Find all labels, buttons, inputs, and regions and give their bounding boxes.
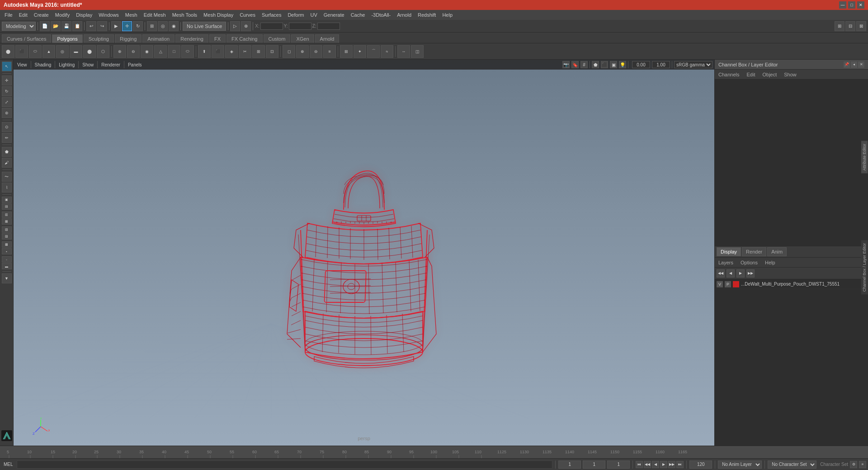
shelf-triangulate[interactable]: △ [154, 45, 167, 58]
soft-select-lt[interactable]: ⊙ [2, 122, 12, 132]
select-tool-lt[interactable]: ↖ [2, 61, 12, 71]
menu-edit[interactable]: Edit [16, 11, 30, 19]
shelf-quad[interactable]: □ [168, 45, 180, 58]
shelf-bridge[interactable]: ⬛ [212, 45, 224, 58]
rbs-layers[interactable]: Layers [717, 259, 735, 266]
menu-modify[interactable]: Modify [52, 11, 72, 19]
select-tool-button[interactable]: ▶ [111, 21, 121, 31]
layer-color-swatch[interactable] [733, 281, 739, 287]
menu-file[interactable]: File [2, 11, 15, 19]
play-forward-button[interactable]: ▶ [660, 461, 667, 468]
tab-animation[interactable]: Animation [142, 34, 175, 43]
shelf-extrude[interactable]: ⬆ [198, 45, 211, 58]
lt-small-2[interactable]: ▤ [2, 203, 12, 210]
menu-surfaces[interactable]: Surfaces [259, 11, 284, 19]
save-file-button[interactable]: 💾 [61, 21, 71, 31]
menu-uv[interactable]: UV [307, 11, 320, 19]
tab-fx[interactable]: FX [209, 34, 226, 43]
paint-lt[interactable]: 🖌 [2, 158, 12, 168]
ch-tab-object[interactable]: Object [760, 71, 778, 78]
vp-lighting-menu[interactable]: Lighting [57, 62, 76, 68]
layer-prev-button[interactable]: ◀ [726, 269, 735, 277]
shelf-disk[interactable]: ⬤ [83, 45, 96, 58]
vp-solid-icon[interactable]: ⬛ [601, 61, 608, 68]
rbs-help[interactable]: Help [763, 259, 777, 266]
shelf-combine[interactable]: ⊕ [113, 45, 126, 58]
menu-mesh-tools[interactable]: Mesh Tools [170, 11, 200, 19]
shelf-bevel[interactable]: ◈ [225, 45, 238, 58]
channel-box-pin-button[interactable]: 📌 [844, 61, 850, 68]
paint-sel-lt[interactable]: ✏ [2, 133, 12, 143]
menu-curves[interactable]: Curves [237, 11, 258, 19]
step-back-button[interactable]: ◀◀ [644, 461, 651, 468]
vp-renderer-menu[interactable]: Renderer [99, 62, 122, 68]
layer-new-button[interactable]: ◀◀ [717, 269, 725, 277]
vp-texture-icon[interactable]: ▣ [610, 61, 617, 68]
close-button[interactable]: ✕ [857, 1, 864, 9]
vp-grid-icon[interactable]: # [580, 61, 588, 68]
vp-value-a[interactable] [632, 61, 650, 68]
shelf-fill-hole[interactable]: ⬭ [181, 45, 194, 58]
lt-small-9[interactable]: ▫ [2, 256, 12, 263]
mode-select[interactable]: Modeling [2, 22, 36, 31]
maximize-button[interactable]: □ [848, 1, 855, 9]
lt-chevron-down[interactable]: ▼ [2, 273, 12, 283]
shelf-plane[interactable]: ▬ [70, 45, 82, 58]
vp-show-menu[interactable]: Show [80, 62, 95, 68]
tab-arnold[interactable]: Arnold [315, 34, 340, 43]
ch-tab-edit[interactable]: Edit [745, 71, 757, 78]
shelf-grow-sel[interactable]: ⊕ [296, 45, 309, 58]
menu-cache[interactable]: Cache [348, 11, 368, 19]
render-button[interactable]: ▷ [230, 21, 240, 31]
z-input[interactable] [317, 23, 340, 30]
rb-tab-render[interactable]: Render [742, 247, 766, 256]
vp-camera-icon[interactable]: 📷 [562, 61, 570, 68]
menu-help[interactable]: Help [439, 11, 455, 19]
shelf-select-edge-loop[interactable]: ◻ [283, 45, 295, 58]
shelf-cluster[interactable]: ✦ [354, 45, 366, 58]
universal-tool-lt[interactable]: ⊛ [2, 108, 12, 118]
scale-tool-lt[interactable]: ⤢ [2, 97, 12, 107]
character-set-select[interactable]: No Character Set [768, 461, 816, 469]
redo-button[interactable]: ↪ [97, 21, 107, 31]
layer-playback-toggle[interactable]: P [725, 281, 731, 287]
open-file-button[interactable]: 📂 [51, 21, 61, 31]
vp-bookmark-icon[interactable]: 🔖 [571, 61, 579, 68]
channel-box-expand-button[interactable]: ◂ [851, 61, 857, 68]
tab-sculpting[interactable]: Sculpting [84, 34, 114, 43]
y-input[interactable] [289, 23, 311, 30]
layout-button-3[interactable]: ⊠ [856, 21, 866, 31]
rb-tab-display[interactable]: Display [717, 247, 741, 256]
bottom-extra-button[interactable]: ≡ [859, 461, 866, 468]
undo-button[interactable]: ↩ [86, 21, 96, 31]
snap-point-button[interactable]: ◉ [169, 21, 179, 31]
shelf-sel-similar[interactable]: ≡ [323, 45, 336, 58]
shelf-smooth[interactable]: ◉ [141, 45, 153, 58]
menu-create[interactable]: Create [31, 11, 52, 19]
layer-play-button[interactable]: ▶ [736, 269, 745, 277]
menu-arnold[interactable]: Arnold [394, 11, 414, 19]
rotate-tool-lt[interactable]: ↻ [2, 86, 12, 96]
channel-editor-side-label[interactable]: Channel Box / Layer Editor [861, 240, 868, 295]
bottom-settings-button[interactable]: ⚙ [850, 461, 857, 468]
shelf-platonic[interactable]: ⬡ [97, 45, 109, 58]
minimize-button[interactable]: — [839, 1, 846, 9]
lasso-lt[interactable]: ⬟ [2, 147, 12, 157]
shelf-mirror[interactable]: ◫ [411, 45, 424, 58]
menu-display[interactable]: Display [73, 11, 95, 19]
gamma-select[interactable]: sRGB gamma [674, 61, 712, 68]
menu-3dttoall[interactable]: -3DtoAll- [368, 11, 393, 19]
range-input[interactable] [607, 461, 630, 469]
go-to-end-button[interactable]: ⏭ [676, 461, 684, 468]
vp-panels-menu[interactable]: Panels [126, 62, 144, 68]
snap-curve-button[interactable]: ◎ [158, 21, 168, 31]
tab-polygons[interactable]: Polygons [52, 34, 82, 43]
anim-layer-select[interactable]: No Anim Layer [718, 461, 762, 469]
shelf-cube[interactable]: ⬛ [15, 45, 28, 58]
menu-redshift[interactable]: Redshift [415, 11, 439, 19]
tab-rendering[interactable]: Rendering [175, 34, 208, 43]
new-file-button[interactable]: 📄 [40, 21, 50, 31]
vp-view-menu[interactable]: View [15, 62, 29, 68]
layout-button-1[interactable]: ⊞ [835, 21, 844, 31]
vp-wireframe-icon[interactable]: ⬟ [592, 61, 599, 68]
